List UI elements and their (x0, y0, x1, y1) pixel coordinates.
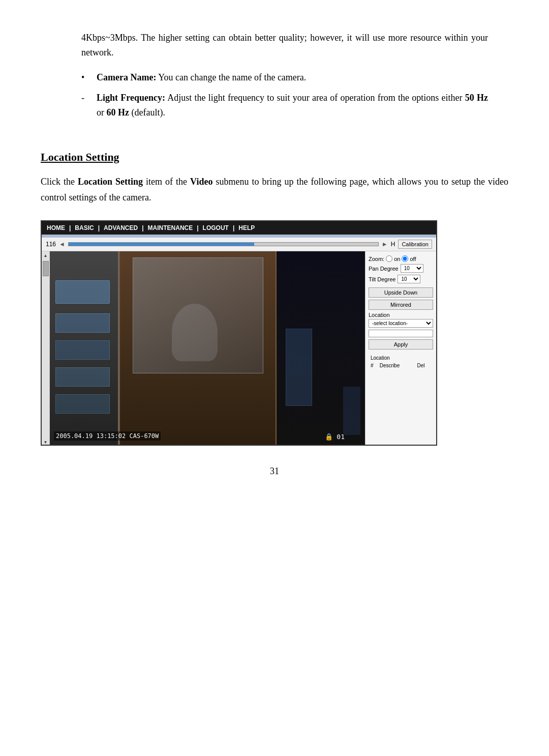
tilt-degree-select[interactable]: 10 (398, 275, 420, 283)
table-location-header: Location (370, 355, 432, 361)
location-label: Location (369, 312, 433, 318)
back-arrow-icon[interactable]: ◄ (59, 241, 65, 248)
upside-down-button[interactable]: Upside Down (369, 287, 433, 298)
video-controls-bar: 116 ◄ ► H Calibration (42, 238, 436, 251)
bullet-text-camera-name: Camera Name: You can change the name of … (97, 70, 488, 85)
location-setting-bold: Location Setting (78, 177, 143, 187)
section-description: Click the Location Setting item of the V… (41, 174, 508, 205)
scroll-thumb[interactable] (43, 261, 49, 276)
shelf-item-4 (55, 367, 110, 387)
bullet-item-camera-name: • Camera Name: You can change the name o… (81, 70, 488, 85)
forward-arrow-icon[interactable]: ► (382, 241, 388, 248)
location-section: Location -select location- Apply (369, 312, 433, 350)
zoom-section: Zoom: on off Pan Degree 10 Tilt Degree (369, 255, 433, 283)
shelf-item-5 (55, 394, 110, 414)
zoom-on-radio[interactable] (386, 255, 392, 262)
scene-overlay (50, 251, 365, 445)
door-glass (133, 257, 263, 373)
object-2 (343, 387, 361, 435)
zoom-off-radio[interactable] (402, 255, 408, 262)
bullet-text-light-freq: Light Frequency: Adjust the light freque… (97, 91, 488, 120)
bullet-marker-2: - (81, 91, 92, 105)
light-freq-label: Light Frequency: (97, 93, 165, 103)
bullet-list: • Camera Name: You can change the name o… (81, 70, 488, 120)
zoom-on-label: on (394, 256, 400, 262)
50hz-label: 50 Hz (465, 93, 488, 103)
nav-basic[interactable]: BASIC (75, 224, 94, 231)
video-slider[interactable] (68, 242, 379, 246)
left-cabinet (50, 251, 119, 445)
nav-sep-2: | (98, 224, 100, 231)
nav-sep-1: | (69, 224, 71, 231)
zoom-off-label: off (410, 256, 416, 262)
camera-video-area: 2005.04.19 13:15:02 CAS-670W 🔒 01 (50, 251, 365, 445)
scroll-up-icon[interactable]: ▲ (44, 253, 48, 258)
video-badge: 🔒 01 (325, 433, 345, 441)
table-header-row: Location (370, 355, 432, 361)
zoom-label: Zoom: (369, 256, 384, 262)
camera-video-image: 2005.04.19 13:15:02 CAS-670W 🔒 01 (50, 251, 365, 445)
nav-bar: HOME | BASIC | ADVANCED | MAINTENANCE | … (42, 221, 436, 235)
video-bold: Video (190, 177, 212, 187)
shelf-item-2 (55, 313, 110, 333)
intro-paragraph: 4Kbps~3Mbps. The higher setting can obta… (81, 31, 488, 60)
camera-interface: HOME | BASIC | ADVANCED | MAINTENANCE | … (41, 220, 437, 446)
nav-sep-3: | (142, 224, 143, 231)
nav-logout[interactable]: LOGOUT (203, 224, 229, 231)
right-dark-area (277, 251, 365, 445)
shelf-item-3 (55, 340, 110, 360)
tilt-degree-label: Tilt Degree (369, 276, 395, 282)
table-col-describe: Describe (379, 362, 415, 369)
nav-help[interactable]: HELP (238, 224, 255, 231)
nav-home[interactable]: HOME (47, 224, 65, 231)
camera-name-label: Camera Name: (97, 72, 156, 82)
bullet-marker-1: • (81, 70, 92, 85)
nav-maintenance[interactable]: MAINTENANCE (148, 224, 193, 231)
calibration-button[interactable]: Calibration (398, 240, 432, 249)
apply-button[interactable]: Apply (369, 339, 433, 350)
camera-body: ▲ ▼ (42, 251, 436, 445)
pan-degree-label: Pan Degree (369, 266, 399, 272)
table-col-del: Del (416, 362, 432, 369)
pause-icon[interactable]: H (391, 241, 395, 248)
zoom-row: Zoom: on off (369, 255, 433, 262)
left-scroll-area: ▲ ▼ (42, 251, 50, 445)
slider-value-label: 116 (46, 241, 56, 248)
location-text-input[interactable] (369, 330, 433, 337)
page-number: 31 (41, 466, 508, 477)
nav-sep-5: | (233, 224, 234, 231)
object-1 (286, 329, 312, 406)
mirrored-button[interactable]: Mirrored (369, 300, 433, 310)
door-shape (119, 251, 277, 445)
figure-reflection (172, 304, 217, 361)
table-col-hash: # (370, 362, 378, 369)
right-panel: Zoom: on off Pan Degree 10 Tilt Degree (365, 251, 436, 445)
lock-icon: 🔒 (325, 433, 333, 441)
bullet-item-light-freq: - Light Frequency: Adjust the light freq… (81, 91, 488, 120)
location-select[interactable]: -select location- (369, 319, 433, 328)
location-table: Location # Describe Del (369, 354, 433, 370)
pan-degree-select[interactable]: 10 (401, 264, 423, 273)
location-table-section: Location # Describe Del (369, 354, 433, 370)
nav-advanced[interactable]: ADVANCED (104, 224, 138, 231)
nav-sep-4: | (197, 224, 198, 231)
video-timestamp: 2005.04.19 13:15:02 CAS-670W (54, 431, 161, 441)
table-col-headers: # Describe Del (370, 362, 432, 369)
pan-degree-row: Pan Degree 10 (369, 264, 433, 273)
tilt-degree-row: Tilt Degree 10 (369, 275, 433, 283)
badge-number: 01 (337, 433, 345, 441)
60hz-label: 60 Hz (107, 107, 130, 118)
scroll-down-icon[interactable]: ▼ (44, 440, 48, 445)
shelf-item-1 (55, 280, 110, 304)
location-setting-heading: Location Setting (41, 151, 508, 164)
